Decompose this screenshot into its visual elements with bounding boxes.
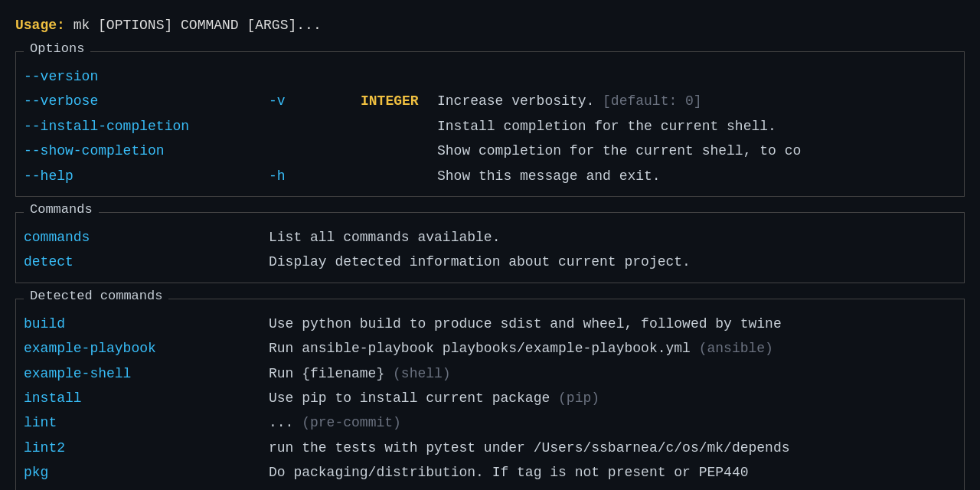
command-commands-row: commands List all commands available. xyxy=(24,225,956,250)
detected-lint-desc: ... (pre-commit) xyxy=(269,410,956,435)
option-install-completion-row: --install-completion Install completion … xyxy=(24,114,956,139)
option-install-completion-name: --install-completion xyxy=(24,114,269,139)
detected-pkg-desc: Do packaging/distribution. If tag is not… xyxy=(269,460,956,485)
option-version-row: --version xyxy=(24,64,956,89)
detected-commands-section: Detected commands build Use python build… xyxy=(15,299,965,490)
command-commands-name: commands xyxy=(24,225,269,250)
command-detect-desc: Display detected information about curre… xyxy=(269,250,956,274)
detected-example-shell-desc: Run {filename} (shell) xyxy=(269,361,956,386)
detected-commands-content: build Use python build to produce sdist … xyxy=(16,299,964,490)
detected-example-playbook-name: example-playbook xyxy=(24,336,269,361)
option-show-completion-desc: Show completion for the current shell, t… xyxy=(437,139,956,163)
detected-install-tag: (pip) xyxy=(558,390,599,406)
detected-example-shell-row: example-shell Run {filename} (shell) xyxy=(24,361,956,386)
terminal: Usage: mk [OPTIONS] COMMAND [ARGS]... Op… xyxy=(0,8,980,490)
detected-lint-name: lint xyxy=(24,410,269,435)
detected-example-shell-name: example-shell xyxy=(24,361,269,386)
detected-lint-tag: (pre-commit) xyxy=(302,415,401,430)
option-verbose-default: [default: 0] xyxy=(603,93,702,109)
option-version-name: --version xyxy=(24,64,269,89)
option-help-desc: Show this message and exit. xyxy=(437,164,956,188)
detected-build-row: build Use python build to produce sdist … xyxy=(24,312,956,336)
detected-lint2-row: lint2 run the tests with pytest under /U… xyxy=(24,436,956,460)
option-show-completion-name: --show-completion xyxy=(24,139,269,163)
detected-commands-header: Detected commands xyxy=(24,289,168,303)
commands-content: commands List all commands available. de… xyxy=(16,213,964,283)
option-show-completion-row: --show-completion Show completion for th… xyxy=(24,139,956,163)
detected-lint-row: lint ... (pre-commit) xyxy=(24,410,956,435)
options-section: Options --version --verbose -v INTEGER I… xyxy=(15,51,965,197)
detected-example-playbook-desc: Run ansible-playbook playbooks/example-p… xyxy=(269,336,956,361)
detected-build-desc: Use python build to produce sdist and wh… xyxy=(269,312,956,336)
detected-lint2-name: lint2 xyxy=(24,436,269,460)
usage-line: Usage: mk [OPTIONS] COMMAND [ARGS]... xyxy=(15,15,965,36)
option-verbose-short: -v xyxy=(269,89,361,113)
detected-lint2-desc: run the tests with pytest under /Users/s… xyxy=(269,436,956,460)
option-verbose-row: --verbose -v INTEGER Increase verbosity.… xyxy=(24,89,956,113)
commands-section: Commands commands List all commands avai… xyxy=(15,212,965,283)
commands-header: Commands xyxy=(24,202,99,217)
option-verbose-name: --verbose xyxy=(24,89,269,113)
detected-install-desc: Use pip to install current package (pip) xyxy=(269,386,956,410)
option-install-completion-desc: Install completion for the current shell… xyxy=(437,114,956,139)
option-help-short: -h xyxy=(269,164,361,188)
options-content: --version --verbose -v INTEGER Increase … xyxy=(16,52,964,196)
options-header: Options xyxy=(24,41,90,56)
detected-install-name: install xyxy=(24,386,269,410)
detected-install-row: install Use pip to install current packa… xyxy=(24,386,956,410)
detected-build-name: build xyxy=(24,312,269,336)
usage-command: mk [OPTIONS] COMMAND [ARGS]... xyxy=(74,18,322,33)
option-verbose-desc: Increase verbosity. [default: 0] xyxy=(437,89,956,113)
command-detect-name: detect xyxy=(24,250,269,274)
option-help-row: --help -h Show this message and exit. xyxy=(24,164,956,188)
option-verbose-type: INTEGER xyxy=(361,89,437,113)
command-detect-row: detect Display detected information abou… xyxy=(24,250,956,274)
usage-keyword: Usage: xyxy=(15,18,65,33)
detected-pkg-row: pkg Do packaging/distribution. If tag is… xyxy=(24,460,956,485)
option-help-name: --help xyxy=(24,164,269,188)
command-commands-desc: List all commands available. xyxy=(269,225,956,250)
detected-example-playbook-row: example-playbook Run ansible-playbook pl… xyxy=(24,336,956,361)
detected-example-playbook-tag: (ansible) xyxy=(699,341,773,356)
detected-example-shell-tag: (shell) xyxy=(393,366,451,381)
detected-pkg-name: pkg xyxy=(24,460,269,485)
